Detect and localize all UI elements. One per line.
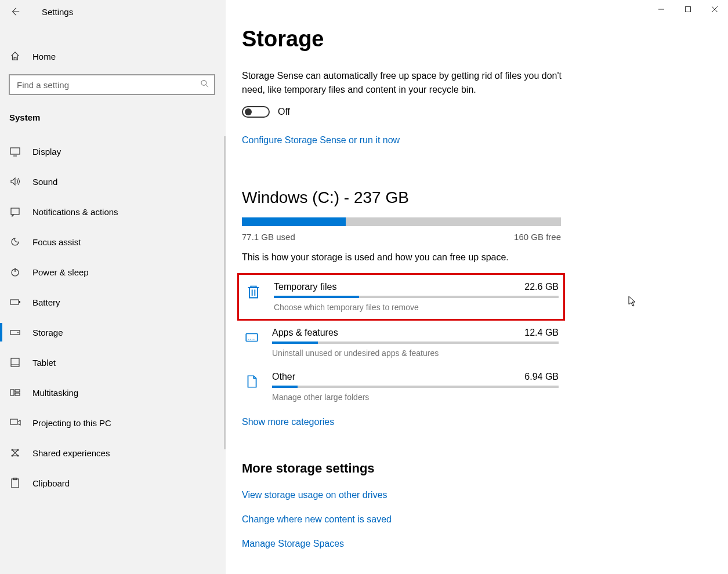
sidebar-item-power-sleep[interactable]: Power & sleep [0,257,226,287]
category-size: 22.6 GB [524,282,559,292]
sidebar-item-notifications[interactable]: Notifications & actions [0,197,226,227]
other-icon [243,373,260,390]
drive-free-text: 160 GB free [514,232,561,242]
shared-icon [9,447,21,459]
search-icon [200,79,209,90]
close-button[interactable] [701,0,728,19]
svg-rect-20 [10,419,17,424]
sidebar-item-sound[interactable]: Sound [0,166,226,197]
svg-rect-19 [15,393,20,395]
nav-list: Display Sound Notifications & actions Fo… [0,136,226,498]
nav-label: Notifications & actions [32,207,118,217]
category-sub: Manage other large folders [272,393,559,402]
sidebar-item-tablet[interactable]: Tablet [0,347,226,377]
sidebar-item-storage[interactable]: Storage [0,317,226,347]
category-temporary-files[interactable]: Temporary files 22.6 GB Choose which tem… [237,273,565,321]
sidebar-item-shared-experiences[interactable]: Shared experiences [0,438,226,468]
svg-point-22 [17,449,19,451]
more-storage-heading: More storage settings [242,461,700,476]
home-label: Home [32,52,56,61]
drive-used-text: 77.1 GB used [242,232,295,242]
svg-rect-27 [246,334,258,342]
window-title: Settings [42,7,73,17]
toggle-knob [245,108,252,115]
nav-label: Focus assist [32,237,81,247]
svg-point-21 [12,449,13,451]
category-size: 6.94 GB [524,372,559,382]
nav-label: Display [32,147,61,157]
nav-label: Multitasking [32,388,78,398]
nav-label: Power & sleep [32,267,89,277]
nav-label: Battery [32,297,60,307]
sound-icon [9,176,21,187]
configure-storage-sense-link[interactable]: Configure Storage Sense or run it now [242,135,400,146]
category-apps-features[interactable]: Apps & features 12.4 GB Uninstall unused… [242,321,563,365]
sidebar-item-focus-assist[interactable]: Focus assist [0,227,226,257]
svg-point-14 [17,332,19,333]
sidebar: Settings Home System Display Sound [0,0,226,574]
category-title: Other [272,372,295,382]
nav-label: Shared experiences [32,448,110,458]
nav-label: Clipboard [32,478,70,488]
sidebar-section: System [0,106,226,130]
maximize-button[interactable] [675,0,701,19]
sidebar-item-display[interactable]: Display [0,136,226,166]
main-content: Storage Storage Sense can automatically … [226,0,728,574]
battery-icon [9,296,21,308]
svg-point-4 [201,81,207,86]
svg-rect-17 [10,390,14,395]
nav-label: Tablet [32,358,56,368]
manage-storage-spaces-link[interactable]: Manage Storage Spaces [242,539,700,549]
svg-rect-11 [10,300,19,304]
category-size: 12.4 GB [524,328,559,338]
drive-heading: Windows (C:) - 237 GB [242,188,700,207]
storage-icon [9,326,21,338]
change-save-location-link[interactable]: Change where new content is saved [242,514,700,525]
sidebar-item-multitasking[interactable]: Multitasking [0,377,226,408]
back-button[interactable] [9,6,21,17]
display-icon [9,146,21,157]
home-button[interactable]: Home [0,45,226,67]
category-bar [274,296,559,298]
search-input[interactable] [9,74,215,95]
svg-rect-1 [686,7,691,12]
storage-sense-toggle[interactable] [242,106,270,118]
power-icon [9,266,21,278]
apps-icon [243,329,260,346]
multitasking-icon [9,387,21,398]
show-more-categories-link[interactable]: Show more categories [242,417,334,427]
drive-usage-fill [242,217,346,226]
clipboard-icon [9,477,21,489]
drive-usage-bar [242,217,561,226]
svg-rect-8 [11,208,19,215]
category-title: Apps & features [272,328,338,338]
category-bar [272,386,559,388]
storage-sense-description: Storage Sense can automatically free up … [242,69,567,97]
nav-label: Storage [32,328,63,337]
svg-point-24 [17,455,19,457]
home-icon [9,51,21,61]
nav-label: Sound [32,177,57,187]
svg-rect-15 [11,358,19,366]
svg-line-5 [206,85,208,87]
category-other[interactable]: Other 6.94 GB Manage other large folders [242,365,563,409]
category-sub: Uninstall unused or undesired apps & fea… [272,348,559,358]
sidebar-item-projecting[interactable]: Projecting to this PC [0,408,226,438]
svg-rect-12 [19,301,20,303]
svg-point-23 [12,455,13,457]
page-title: Storage [242,27,700,52]
sidebar-item-battery[interactable]: Battery [0,287,226,317]
svg-rect-18 [15,390,20,392]
sidebar-item-clipboard[interactable]: Clipboard [0,468,226,498]
tablet-icon [9,357,21,368]
nav-label: Projecting to this PC [32,418,111,428]
svg-rect-6 [10,148,20,154]
cursor-icon [628,296,638,307]
category-bar [272,342,559,344]
category-title: Temporary files [274,282,336,292]
category-sub: Choose which temporary files to remove [274,303,559,312]
toggle-label: Off [278,107,290,117]
view-other-drives-link[interactable]: View storage usage on other drives [242,490,700,500]
minimize-button[interactable] [648,0,675,19]
trash-icon [245,283,262,300]
